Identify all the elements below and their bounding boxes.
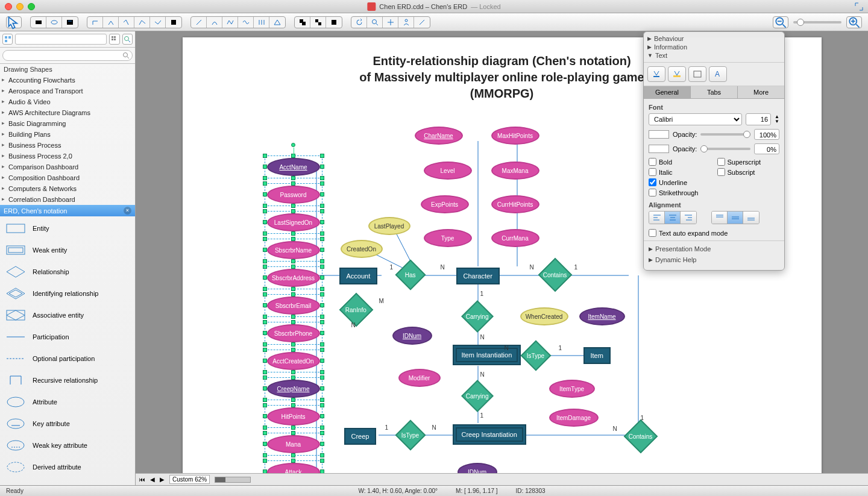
tab-general[interactable]: General: [644, 86, 691, 98]
text-font-icon[interactable]: A: [709, 66, 727, 82]
refresh-tool[interactable]: [351, 17, 367, 28]
text-box-icon[interactable]: [688, 66, 706, 82]
pan-tool[interactable]: [383, 17, 398, 28]
text-underline-icon[interactable]: [647, 66, 665, 82]
shape-recursive[interactable]: Recursive relationship: [0, 369, 135, 391]
shape-opt-participation[interactable]: Optional participation: [0, 348, 135, 369]
line-tool-6[interactable]: [269, 17, 285, 28]
lib-composition[interactable]: Composition Dashboard: [0, 172, 135, 183]
rect-tool[interactable]: [31, 17, 46, 28]
check-bold[interactable]: Bold: [649, 158, 711, 166]
valign-middle[interactable]: [728, 212, 743, 224]
entity-account[interactable]: Account: [339, 268, 378, 284]
zoom-button[interactable]: [28, 3, 35, 10]
group-tool-2[interactable]: [310, 17, 326, 28]
check-superscript[interactable]: Superscript: [717, 158, 780, 166]
font-select[interactable]: Calibri: [649, 113, 742, 125]
lib-comparison[interactable]: Comparison Dashboard: [0, 162, 135, 172]
attr-charname-key[interactable]: CharName: [415, 127, 463, 145]
lib-audio[interactable]: Audio & Video: [0, 96, 135, 107]
line-tool-4[interactable]: [238, 17, 254, 28]
close-library-icon[interactable]: ×: [124, 207, 131, 215]
section-presentation[interactable]: Presentation Mode: [655, 245, 711, 253]
lib-building[interactable]: Building Plans: [0, 129, 135, 140]
entity-creep-instantiation[interactable]: Creep Instantiation: [453, 424, 526, 445]
shape-participation[interactable]: Participation: [0, 326, 135, 348]
rel-carrying2[interactable]: Carrying: [461, 380, 494, 412]
section-behaviour[interactable]: Behaviour: [654, 35, 684, 42]
lib-accounting[interactable]: Accounting Flowcharts: [0, 75, 135, 86]
section-text[interactable]: Text: [655, 52, 667, 59]
attr-itemdamage[interactable]: ItemDamage: [549, 409, 599, 427]
zoom-tool[interactable]: [367, 17, 383, 28]
bg-color-swatch[interactable]: [649, 145, 669, 153]
connector-tool-4[interactable]: [134, 17, 150, 28]
attr-level[interactable]: Level: [424, 162, 472, 180]
tab-more[interactable]: More: [738, 86, 784, 98]
library-toggle-icon[interactable]: [2, 34, 13, 45]
connector-tool-6[interactable]: [166, 17, 181, 28]
shape-weak-entity[interactable]: Weak entity: [0, 239, 135, 261]
inspector-panel[interactable]: ▶Behaviour ▶Information ▼Text A General …: [643, 31, 785, 271]
connector-tool-5[interactable]: [150, 17, 166, 28]
attr-type[interactable]: Type: [424, 229, 472, 247]
font-size-input[interactable]: [746, 113, 771, 125]
zoom-level[interactable]: Custom 62%: [169, 475, 210, 484]
attr-maxhit[interactable]: MaxHitPoints: [491, 127, 539, 145]
attr-exppoints[interactable]: ExpPoints: [421, 195, 469, 213]
attr-itemname[interactable]: ItemName: [579, 307, 625, 325]
entity-character[interactable]: Character: [456, 268, 500, 284]
lib-aws[interactable]: AWS Architecture Diagrams: [0, 107, 135, 118]
fullscreen-icon[interactable]: [855, 2, 863, 11]
check-subscript[interactable]: Subscript: [717, 168, 780, 176]
minimize-button[interactable]: [16, 3, 24, 10]
check-underline[interactable]: Underline: [649, 178, 711, 186]
grid-view-icon[interactable]: [109, 34, 119, 45]
check-auto-expand[interactable]: Text auto expand mode: [649, 229, 779, 237]
lib-bizprocess2[interactable]: Business Process 2,0: [0, 151, 135, 162]
shape-key-attribute[interactable]: Key attribute: [0, 413, 135, 435]
tab-tabs[interactable]: Tabs: [691, 86, 738, 98]
pointer-tool[interactable]: [6, 16, 22, 28]
lib-computers[interactable]: Computers & Networks: [0, 183, 135, 194]
nav-next-icon[interactable]: ▶: [160, 476, 165, 483]
library-quick-input[interactable]: [15, 34, 107, 45]
text-tool[interactable]: [62, 17, 78, 28]
nav-prev-icon[interactable]: ◀: [150, 476, 155, 483]
attr-currmana[interactable]: CurrMana: [491, 229, 539, 247]
entity-creep[interactable]: Creep: [344, 428, 377, 445]
attr-idnum[interactable]: IDNum: [392, 327, 432, 345]
group-tool-1[interactable]: [295, 17, 310, 28]
close-button[interactable]: [5, 3, 12, 10]
shape-assoc-entity[interactable]: Associative entity: [0, 304, 135, 326]
valign-top[interactable]: [712, 212, 728, 224]
library-search[interactable]: [2, 50, 133, 61]
nav-first-icon[interactable]: ⏮: [139, 476, 145, 483]
connector-tool-1[interactable]: [87, 17, 103, 28]
align-left[interactable]: [649, 212, 665, 224]
section-information[interactable]: Information: [654, 43, 687, 51]
font-size-stepper-icon[interactable]: ▲▼: [775, 115, 779, 124]
lib-aerospace[interactable]: Aerospace and Transport: [0, 86, 135, 96]
shape-derived-attribute[interactable]: Derived attribute: [0, 456, 135, 478]
bg-opacity-slider[interactable]: [700, 148, 750, 150]
rel-carrying[interactable]: Carrying: [461, 300, 494, 333]
zoom-out-button[interactable]: [773, 16, 788, 28]
check-strikethrough[interactable]: Strikethrough: [649, 189, 711, 196]
text-color-swatch[interactable]: [649, 130, 669, 139]
search-icon[interactable]: [122, 34, 133, 45]
align-right[interactable]: [681, 212, 696, 224]
shape-weak-key-attribute[interactable]: Weak key attribute: [0, 435, 135, 456]
align-center[interactable]: [665, 212, 681, 224]
attr-lastplayed[interactable]: LastPlayed: [368, 217, 410, 235]
group-tool-3[interactable]: [326, 17, 342, 28]
section-dynamic-help[interactable]: Dynamic Help: [655, 256, 696, 263]
attr-itemtype[interactable]: ItemType: [549, 380, 595, 398]
rel-raninfo[interactable]: RanInfo: [339, 293, 373, 327]
line-tool-5[interactable]: [254, 17, 269, 28]
entity-item[interactable]: Item: [583, 347, 611, 364]
connector-tool-2[interactable]: [103, 17, 119, 28]
text-opacity-slider[interactable]: [700, 133, 750, 136]
line-tool-1[interactable]: [191, 17, 207, 28]
rel-contains[interactable]: Contains: [538, 258, 572, 292]
